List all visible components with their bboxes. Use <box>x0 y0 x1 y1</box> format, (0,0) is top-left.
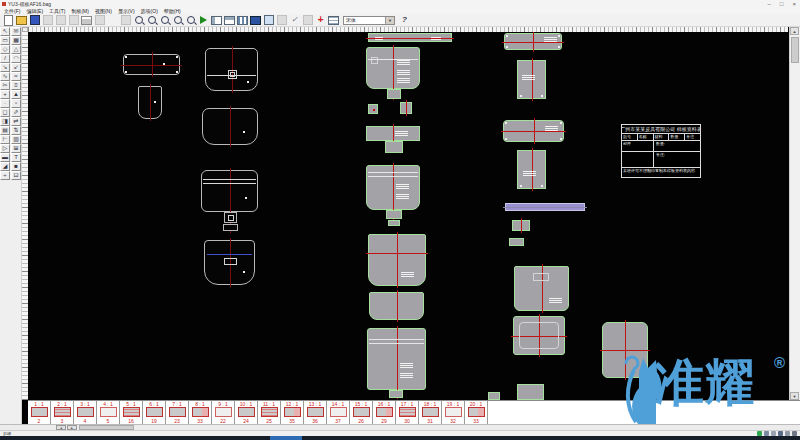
tool-32[interactable]: ■ <box>11 162 21 171</box>
filmstrip-thumbnail[interactable]: 19 : 1 32 <box>442 401 465 424</box>
pattern-piece-filled-pocket-2[interactable] <box>513 316 565 355</box>
menu-item[interactable]: 文件(F) <box>4 8 20 14</box>
print-icon[interactable] <box>80 15 93 26</box>
filmstrip-thumbnail[interactable]: 12 : 1 35 <box>281 401 304 424</box>
tool-04[interactable]: ▦ <box>11 36 21 45</box>
vertical-scrollbar[interactable]: ▲ ▼ <box>789 27 800 400</box>
tool-select[interactable]: ↖ <box>0 27 10 36</box>
zoom-out-icon[interactable] <box>145 15 158 26</box>
minimize-button[interactable]: – <box>768 1 771 7</box>
os-taskbar[interactable] <box>0 436 800 440</box>
paste-icon[interactable] <box>67 15 80 26</box>
filmstrip-thumbnail[interactable]: 18 : 1 31 <box>419 401 442 424</box>
menu-item[interactable]: 工具(T) <box>49 8 65 14</box>
filmstrip-thumbnail[interactable]: 1 : 1 2 <box>28 401 51 424</box>
menu-item[interactable]: 显示(V) <box>118 8 135 14</box>
new-icon[interactable] <box>2 15 15 26</box>
sheet-icon[interactable] <box>262 15 275 26</box>
filmstrip-thumbnail[interactable]: 5 : 1 16 <box>120 401 143 424</box>
pattern-piece-filled-strip[interactable] <box>368 33 452 42</box>
tool-16[interactable]: ▲ <box>11 90 21 99</box>
zoom-all-icon[interactable] <box>171 15 184 26</box>
filmstrip-thumbnail[interactable]: 4 : 1 5 <box>97 401 120 424</box>
tool-33[interactable]: ÷ <box>0 171 10 180</box>
filmstrip-thumbnail[interactable]: 13 : 1 36 <box>304 401 327 424</box>
menu-item[interactable]: 帮助(H) <box>164 8 181 14</box>
tool-10[interactable]: ↙ <box>11 63 21 72</box>
copy-icon[interactable] <box>54 15 67 26</box>
filmstrip-thumbnail[interactable]: 9 : 1 22 <box>212 401 235 424</box>
pattern-piece-outline-gusset[interactable] <box>138 86 162 119</box>
tool-03[interactable]: ▭ <box>0 36 10 45</box>
filmstrip-thumbnail[interactable]: 2 : 1 3 <box>51 401 74 424</box>
menu-item[interactable]: 制板(M) <box>71 8 89 14</box>
pattern-piece-small-2[interactable] <box>509 238 524 246</box>
tool-09[interactable]: ↘ <box>0 63 10 72</box>
pattern-piece-filled-square-1[interactable] <box>368 104 378 114</box>
scroll-down-icon[interactable]: ▼ <box>790 392 799 400</box>
zoom-window-icon[interactable] <box>158 15 171 26</box>
undo-icon[interactable] <box>119 15 132 26</box>
filmstrip-thumbnail[interactable]: 8 : 1 33 <box>189 401 212 424</box>
cut-icon[interactable] <box>41 15 54 26</box>
tool-34[interactable]: ⊡ <box>11 171 21 180</box>
view-split-icon[interactable] <box>210 15 223 26</box>
tool-13[interactable]: ✂ <box>0 81 10 90</box>
maximize-button[interactable]: □ <box>780 1 784 7</box>
tool-curve[interactable]: ◠ <box>11 54 21 63</box>
filmstrip-thumbnail[interactable]: 6 : 1 19 <box>143 401 166 424</box>
tool-18[interactable]: ▫ <box>11 99 21 108</box>
pattern-piece-filled-flap-1[interactable] <box>366 47 420 89</box>
vertical-scroll-thumb[interactable] <box>791 37 799 63</box>
tool-29[interactable]: ▬ <box>0 153 10 162</box>
pattern-piece-filled-flap-2[interactable] <box>366 165 420 210</box>
font-select[interactable]: 宋体 ▼ <box>343 16 395 25</box>
tool-06[interactable]: △ <box>11 45 21 54</box>
filmstrip-thumbnail[interactable]: 7 : 1 23 <box>166 401 189 424</box>
filmstrip-thumbnail[interactable]: 17 : 1 30 <box>396 401 419 424</box>
tool-19[interactable]: ◻ <box>0 108 10 117</box>
pattern-piece-zipper-strip[interactable] <box>505 203 585 211</box>
tool-02[interactable]: ✉ <box>11 27 21 36</box>
pattern-piece-filled-square-2[interactable] <box>400 102 412 114</box>
pattern-piece-filled-side-1[interactable] <box>517 60 546 99</box>
drawing-canvas[interactable] <box>28 32 789 400</box>
snap-check-icon[interactable]: ✓ <box>288 15 301 26</box>
pattern-piece-outline-strap[interactable] <box>123 54 180 75</box>
tool-22[interactable]: ⇄ <box>11 117 21 126</box>
pattern-piece-outline-front[interactable] <box>202 108 258 145</box>
chevron-down-icon[interactable]: ▼ <box>385 17 394 24</box>
view-cascade-icon[interactable] <box>223 15 236 26</box>
filmstrip-thumbnail[interactable]: 16 : 1 29 <box>373 401 396 424</box>
tool-21[interactable]: ◨ <box>0 117 10 126</box>
filmstrip-thumbnail[interactable]: 20 : 1 33 <box>465 401 488 424</box>
filmstrip-thumbnail[interactable]: 15 : 1 26 <box>350 401 373 424</box>
filmstrip-thumbnail[interactable]: 11 : 1 25 <box>258 401 281 424</box>
menu-item[interactable]: 编辑(E) <box>26 8 43 14</box>
filmstrip-thumbnail[interactable]: 3 : 1 4 <box>74 401 97 424</box>
table-icon[interactable] <box>327 15 340 26</box>
tool-05[interactable]: ◇ <box>0 45 10 54</box>
tool-15[interactable]: + <box>0 90 10 99</box>
pattern-piece-clipped-2[interactable] <box>488 392 500 400</box>
tool-23[interactable]: ▤ <box>0 126 10 135</box>
ruler-toggle-icon[interactable] <box>301 15 314 26</box>
tool-14[interactable]: ≡ <box>11 81 21 90</box>
separator[interactable] <box>106 15 119 26</box>
print-preview-icon[interactable] <box>93 15 106 26</box>
zoom-previous-icon[interactable] <box>184 15 197 26</box>
tool-28[interactable]: ⊞ <box>11 144 21 153</box>
tool-31[interactable]: ◢ <box>0 162 10 171</box>
pattern-piece-outline-pocket[interactable] <box>204 240 255 285</box>
taskbar-active-app[interactable] <box>270 436 302 440</box>
tool-25[interactable]: ⊢ <box>0 135 10 144</box>
add-point-icon[interactable]: + <box>314 15 327 26</box>
tool-24[interactable]: ⇅ <box>11 126 21 135</box>
pattern-piece-filled-right[interactable] <box>602 322 648 378</box>
tool-27[interactable]: ▷ <box>0 144 10 153</box>
pattern-piece-filled-tbar[interactable] <box>366 126 420 141</box>
tool-11[interactable]: ∿ <box>0 72 10 81</box>
grid-toggle-icon[interactable] <box>275 15 288 26</box>
close-button[interactable]: × <box>792 1 796 7</box>
zoom-in-icon[interactable] <box>132 15 145 26</box>
